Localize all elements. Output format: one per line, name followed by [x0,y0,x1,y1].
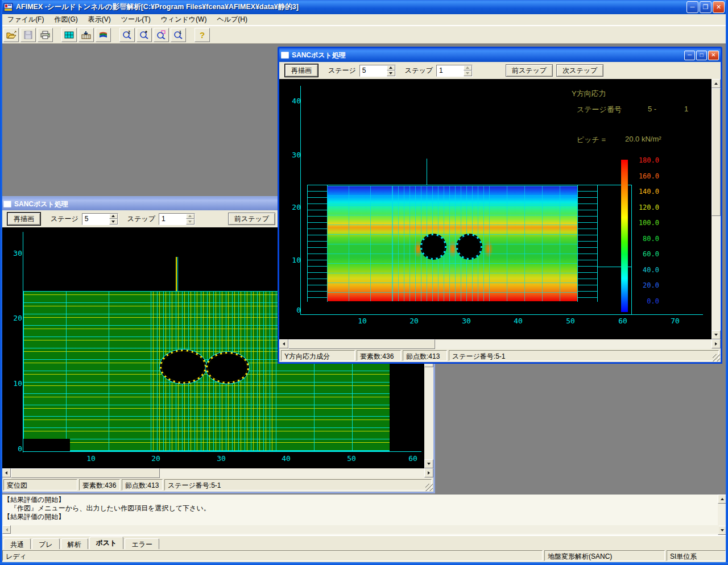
prev-step-button[interactable]: 前ステップ [506,64,553,77]
contour-view-button[interactable] [96,28,111,42]
main-titlebar: AFIMEX -シールドトンネルの影響解析[C:¥Program Files¥f… [0,0,728,14]
menu-window[interactable]: ウィンドウ(W) [156,14,212,26]
legend-value: 80.0 [633,235,659,243]
step-label: ステップ [127,214,155,224]
y-tick-label: 20 [283,203,301,211]
step-up-icon[interactable] [464,65,472,71]
child-minimize-button[interactable]: ─ [684,51,695,60]
mesh-import-icon [81,31,91,39]
scrollbar-thumb[interactable] [712,88,721,216]
step-value[interactable]: 1 [437,65,464,76]
next-step-button[interactable]: 次ステップ [556,64,603,77]
scroll-right-icon[interactable] [424,468,433,477]
menu-file[interactable]: ファイル(F) [2,14,49,26]
zoom-window-button[interactable] [154,28,169,42]
scroll-up-icon[interactable] [712,79,721,88]
tab-post[interactable]: ポスト [89,537,124,549]
plot-title: Y方向応力 [572,89,606,99]
zoom-x1-button[interactable]: 1 [171,28,186,42]
open-button[interactable] [3,28,19,42]
toolbar-separator [55,28,60,42]
application-window: AFIMEX -シールドトンネルの影響解析[C:¥Program Files¥f… [0,0,728,565]
mesh-import-button[interactable] [78,28,94,42]
x-tick-label: 50 [562,317,579,325]
child-maximize-button[interactable]: □ [696,51,707,60]
mesh-view-button[interactable] [61,28,77,42]
stage-up-icon[interactable] [387,65,395,71]
stage-up-icon[interactable] [109,214,118,219]
menu-tools[interactable]: ツール(T) [116,14,156,26]
status-nodes: 節点数:413 [403,350,447,361]
prev-step-button[interactable]: 前ステップ [228,213,275,225]
tab-pre[interactable]: プレ [32,538,60,549]
step-value[interactable]: 1 [159,214,186,225]
print-button[interactable] [38,28,53,42]
tunnel-left [420,234,446,260]
status-ready: レディ [2,550,543,561]
resize-grip[interactable] [425,484,433,491]
fg-vertical-scrollbar[interactable] [712,79,721,339]
step-down-icon[interactable] [186,219,195,225]
resize-grip[interactable] [713,354,720,362]
svg-text:1: 1 [179,30,181,34]
log-line: 【結果評価の開始】 [3,513,715,521]
scroll-right-icon[interactable] [712,339,721,348]
svg-text:2: 2 [128,30,130,34]
scroll-left-icon[interactable] [2,468,11,477]
stage-spinner[interactable]: 5 [82,213,118,225]
step-up-icon[interactable] [186,214,195,219]
tab-error[interactable]: エラー [125,538,159,549]
scroll-down-icon[interactable] [712,330,721,339]
stage-down-icon[interactable] [109,219,118,225]
zoom-window-icon [156,30,166,39]
scroll-down-icon[interactable] [424,459,433,468]
window-border-right [726,0,728,565]
status-mode: Y方向応力成分 [281,350,355,361]
scroll-left-icon[interactable] [279,339,288,348]
fg-window-statusbar: Y方向応力成分 要素数:436 節点数:413 ステージ番号:5-1 [279,349,721,362]
menu-help[interactable]: ヘルプ(H) [212,14,253,26]
tunnel-left [160,350,206,384]
child-close-button[interactable]: ✕ [708,51,719,60]
stage-value[interactable]: 5 [360,65,387,76]
menu-view[interactable]: 表示(V) [83,14,116,26]
fg-window-titlebar[interactable]: SANCポスト処理 ─ □ ✕ [279,48,721,62]
mesh-right-extension [577,185,598,302]
step-label: ステップ [405,66,433,76]
tab-analysis[interactable]: 解析 [61,538,88,549]
restore-button[interactable]: ❐ [700,1,712,13]
stage-value[interactable]: 5 [82,214,109,225]
step-spinner[interactable]: 1 [159,213,195,225]
step-spinner[interactable]: 1 [436,65,473,77]
minimize-button[interactable]: ─ [686,1,698,13]
close-button[interactable]: ✕ [713,1,725,13]
fg-horizontal-scrollbar[interactable] [279,339,721,349]
x-tick-label: 30 [458,317,475,325]
status-elements: 要素数:436 [79,479,120,491]
fg-post-window[interactable]: SANCポスト処理 ─ □ ✕ 再描画 ステージ 5 ステップ 1 [278,47,722,364]
svg-text:?: ? [200,30,205,39]
fg-plot-canvas[interactable]: 40 30 20 10 0 10 20 30 40 50 60 70 Y方向応力… [279,79,712,339]
toolbar-separator [113,28,118,42]
scroll-left-icon[interactable] [2,525,11,534]
zoom-x2-button[interactable]: 2 [119,28,135,42]
zoom-fit-button[interactable] [136,28,152,42]
stage-down-icon[interactable] [387,70,395,76]
y-tick-label: 10 [283,256,301,264]
tunnel-right [206,352,249,384]
stage-spinner[interactable]: 5 [359,65,396,77]
menu-draw[interactable]: 作図(G) [49,14,82,26]
zoom-x1-icon: 1 [173,30,183,39]
bg-x-axis [23,451,421,452]
redraw-button[interactable]: 再描画 [285,64,318,77]
help-button[interactable]: ? [195,28,210,42]
x-tick-label: 40 [278,454,295,463]
scrollbar-thumb[interactable] [288,339,435,349]
bg-horizontal-scrollbar[interactable] [2,468,433,478]
step-down-icon[interactable] [464,70,472,76]
log-horizontal-scrollbar[interactable] [2,525,719,534]
tab-common[interactable]: 共通 [3,538,31,549]
save-button[interactable] [20,28,36,42]
scrollbar-thumb[interactable] [11,468,160,478]
redraw-button[interactable]: 再描画 [7,213,40,225]
